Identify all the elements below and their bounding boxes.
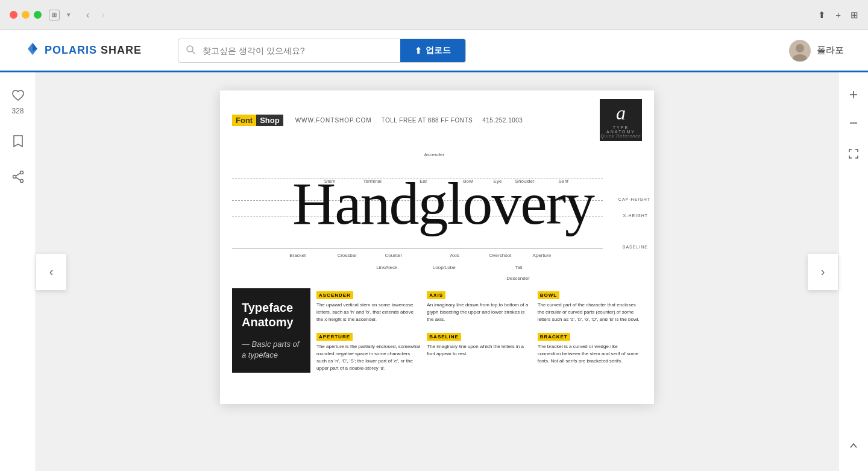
share-button[interactable]	[7, 165, 30, 191]
term-block: AXIS An imaginary line drawn from top to…	[427, 288, 531, 324]
next-page-button[interactable]: ›	[808, 254, 838, 290]
chevron-right-icon: ›	[821, 265, 825, 279]
bookmark-button[interactable]	[8, 130, 28, 156]
looplobe-label: Loop/Lobe	[433, 265, 456, 270]
upload-icon: ⬆	[415, 46, 422, 55]
term-name: BASELINE	[427, 333, 461, 341]
badge-type-anatomy: TYPE ANATOMY	[600, 125, 642, 134]
term-text: The curved part of the character that en…	[538, 302, 642, 323]
app-header: POLARIS SHARE ⬆ 업로드 폴라포	[0, 30, 868, 72]
baseline-line	[232, 248, 603, 248]
type-diagram: CAP-HEIGHT X-HEIGHT BASELINE Handglovery…	[220, 150, 654, 282]
zoom-in-button[interactable]	[843, 84, 864, 108]
diagram-word: Handglovery	[250, 174, 636, 234]
descender-label: Descender	[506, 276, 530, 281]
term-name: APERTURE	[316, 333, 353, 341]
svg-line-9	[16, 177, 20, 180]
user-section[interactable]: 폴라포	[789, 40, 844, 62]
chevron-left-icon: ‹	[49, 265, 54, 279]
bracket-label: Bracket	[289, 253, 306, 258]
upload-button[interactable]: ⬆ 업로드	[400, 39, 465, 62]
fontshop-tollfree: TOLL FREE AT 888 FF FONTS	[382, 117, 473, 124]
maximize-dot[interactable]	[34, 11, 42, 19]
fontshop-font-text: Font	[232, 115, 256, 126]
share-icon	[11, 170, 25, 186]
document-viewer: ‹ FontShop WWW.FONTSHOP.COM TOLL FREE AT…	[36, 72, 838, 471]
term-name: ASCENDER	[316, 291, 353, 299]
badge-letter: a	[616, 102, 626, 124]
share-browser-button[interactable]: ⬆	[818, 10, 826, 21]
term-name: BOWL	[538, 291, 559, 299]
term-block: BOWL The curved part of the character th…	[538, 288, 642, 324]
term-block: BASELINE The imaginary line upon which t…	[427, 330, 531, 373]
fontshop-badge: a TYPE ANATOMY Quick Reference	[600, 99, 642, 141]
term-text: The bracket is a curved or wedge-like co…	[538, 343, 642, 365]
badge-quick-ref: Quick Reference	[600, 134, 641, 138]
fontshop-shop-text: Shop	[256, 115, 283, 126]
tail-label: Tail	[515, 265, 523, 270]
svg-point-3	[796, 44, 804, 52]
like-button[interactable]: 328	[7, 84, 30, 120]
minimize-dot[interactable]	[22, 11, 30, 19]
fontshop-phone: 415.252.1003	[482, 117, 523, 124]
main-area: 328 ‹ FontShop WWW.FONTSHOP.COM	[0, 72, 868, 471]
zoom-out-button[interactable]	[843, 113, 864, 136]
bottom-section: TypefaceAnatomy — Basic parts of a typef…	[220, 282, 654, 379]
browser-dots	[10, 11, 42, 19]
browser-actions: ⬆ + ⊞	[818, 10, 858, 21]
search-input[interactable]	[203, 40, 400, 62]
left-sidebar: 328	[0, 72, 36, 471]
like-count: 328	[11, 107, 24, 115]
document-page: FontShop WWW.FONTSHOP.COM TOLL FREE AT 8…	[220, 90, 654, 404]
term-block: ASCENDER The upward vertical stem on som…	[316, 288, 421, 324]
logo-icon	[24, 40, 41, 61]
term-text: The imaginary line upon which the letter…	[427, 343, 531, 358]
search-bar: ⬆ 업로드	[178, 39, 466, 63]
term-text: The aperture is the partially enclosed, …	[316, 343, 421, 372]
term-text: An imaginary line drawn from top to bott…	[427, 302, 531, 323]
baseline-label: BASELINE	[623, 245, 648, 249]
fullscreen-button[interactable]	[843, 144, 864, 167]
previous-page-button[interactable]: ‹	[36, 254, 66, 290]
close-dot[interactable]	[10, 11, 17, 19]
term-name: AXIS	[427, 291, 445, 299]
overshoot-label: Overshoot	[489, 253, 511, 258]
ascender-label: Ascender	[424, 152, 444, 157]
fontshop-logo: FontShop	[232, 115, 283, 126]
logo[interactable]: POLARIS SHARE	[24, 40, 142, 61]
search-icon	[178, 45, 203, 56]
terms-grid: ASCENDER The upward vertical stem on som…	[316, 288, 642, 373]
term-block: BRACKET The bracket is a curved or wedge…	[538, 330, 642, 373]
tab-icon: ⊞	[49, 10, 60, 21]
bookmark-icon	[13, 134, 24, 151]
logo-text: POLARIS SHARE	[45, 44, 142, 57]
forward-button[interactable]: ›	[98, 8, 108, 22]
term-text: The upward vertical stem on some lowerca…	[316, 302, 421, 323]
typeface-card: TypefaceAnatomy — Basic parts of a typef…	[232, 288, 310, 373]
svg-point-5	[20, 171, 23, 174]
typeface-card-title: TypefaceAnatomy	[242, 300, 301, 329]
svg-point-7	[20, 180, 23, 183]
linkneck-label: Link/Neck	[376, 265, 397, 270]
fontshop-url: WWW.FONTSHOP.COM	[295, 117, 372, 124]
right-controls	[838, 72, 868, 471]
svg-line-1	[192, 51, 195, 54]
back-button[interactable]: ‹	[83, 8, 93, 22]
fontshop-header: FontShop WWW.FONTSHOP.COM TOLL FREE AT 8…	[220, 90, 654, 150]
svg-point-6	[13, 175, 16, 179]
new-tab-button[interactable]: +	[835, 10, 841, 21]
term-block: APERTURE The aperture is the partially e…	[316, 330, 421, 373]
grid-button[interactable]: ⊞	[851, 10, 858, 21]
aperture-label: Aperture	[532, 253, 551, 258]
crossbar-label: Crossbar	[337, 253, 356, 258]
user-name: 폴라포	[817, 45, 844, 56]
chevron-down-icon[interactable]: ▾	[67, 11, 71, 19]
typeface-card-subtitle: — Basic parts of a typeface	[242, 339, 301, 361]
svg-line-8	[16, 173, 20, 176]
browser-chrome: ⊞ ▾ ‹ › ⬆ + ⊞	[0, 0, 868, 30]
heart-icon	[11, 89, 25, 104]
browser-nav: ‹ ›	[83, 8, 108, 22]
term-name: BRACKET	[538, 333, 570, 341]
scroll-top-button[interactable]	[843, 435, 864, 459]
avatar	[789, 40, 811, 62]
